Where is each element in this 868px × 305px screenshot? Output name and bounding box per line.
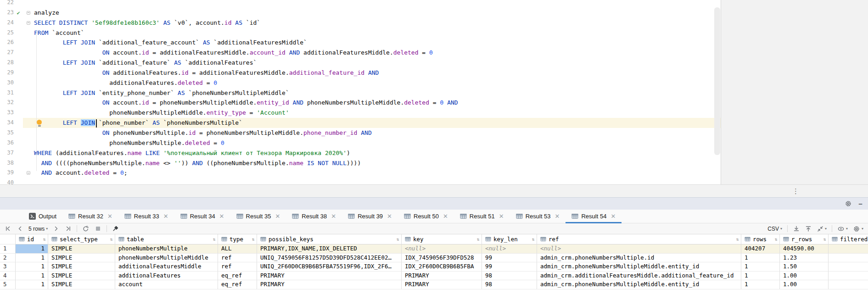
code-line-30[interactable]: 30 additionalFeatures.deleted = 0 xyxy=(0,78,721,88)
sort-icon[interactable]: ⇅ xyxy=(736,234,739,244)
cell-table[interactable]: additionalFeatures xyxy=(115,272,218,281)
download-icon[interactable] xyxy=(793,225,800,232)
cell-type[interactable]: eq_ref xyxy=(218,272,257,281)
sql-editor[interactable]: 2223✔analyze24SELECT DISTINCT '5ef98dfe1… xyxy=(0,0,721,184)
cell-rows[interactable]: 1 xyxy=(741,280,780,289)
row-number[interactable]: 1 xyxy=(0,244,16,254)
column-header-type[interactable]: type⇅ xyxy=(218,234,257,244)
tab-close-icon[interactable]: ✕ xyxy=(107,213,112,220)
tab-result-35[interactable]: Result 35✕ xyxy=(230,210,286,223)
cell-select_type[interactable]: SIMPLE xyxy=(48,262,115,272)
cell-key[interactable]: IDX_2F60D0CB9B6B5FBA xyxy=(402,262,482,272)
toolwindow-gear-icon[interactable] xyxy=(845,200,852,207)
cell-id[interactable]: 1 xyxy=(16,262,48,272)
fold-marker-icon[interactable] xyxy=(23,18,34,28)
code-line-23[interactable]: 23✔analyze xyxy=(0,8,721,18)
cell-select_type[interactable]: SIMPLE xyxy=(48,244,115,254)
last-page-icon[interactable] xyxy=(65,225,72,232)
tab-result-38[interactable]: Result 38✕ xyxy=(286,210,342,223)
next-page-icon[interactable] xyxy=(53,225,60,232)
cell-select_type[interactable]: SIMPLE xyxy=(48,272,115,281)
cell-filtered[interactable] xyxy=(829,254,868,263)
sort-icon[interactable]: ⇅ xyxy=(477,234,480,244)
column-header-r_rows[interactable]: r_rows⇅ xyxy=(780,234,829,244)
code-line-29[interactable]: 29 ON additionalFeatures.id = additional… xyxy=(0,68,721,78)
code-line-26[interactable]: 26 LEFT JOIN `additional_feature_account… xyxy=(0,38,721,48)
cell-key[interactable]: IDX_7459056F39DFD528 xyxy=(402,254,482,263)
tab-close-icon[interactable]: ✕ xyxy=(499,213,504,220)
gear-icon[interactable]: ▾ xyxy=(853,225,863,233)
tab-result-50[interactable]: Result 50✕ xyxy=(398,210,454,223)
cell-key[interactable]: <null> xyxy=(402,244,482,254)
tab-result-54[interactable]: Result 54✕ xyxy=(566,210,622,223)
code-line-25[interactable]: 25FROM `account` xyxy=(0,28,721,38)
tab-close-icon[interactable]: ✕ xyxy=(387,213,392,220)
fold-marker-icon[interactable] xyxy=(23,8,34,18)
tab-close-icon[interactable]: ✕ xyxy=(443,213,448,220)
cell-id[interactable]: 1 xyxy=(16,244,48,254)
code-line-37[interactable]: 37WHERE (additionalFeatures.name LIKE '%… xyxy=(0,148,721,158)
cell-select_type[interactable]: SIMPLE xyxy=(48,254,115,263)
code-line-40[interactable]: 40 xyxy=(0,178,721,184)
splitter-grip-icon[interactable]: ⋮ xyxy=(792,185,799,197)
code-line-27[interactable]: 27 ON account.id = additionalFeaturesMid… xyxy=(0,48,721,58)
cell-rows[interactable]: 1 xyxy=(741,272,780,281)
cell-type[interactable]: ALL xyxy=(218,244,257,254)
page-size-selector[interactable]: 5 rows▾ xyxy=(28,226,48,232)
column-header-filtered[interactable]: filtered⇅ xyxy=(829,234,868,244)
row-number[interactable]: 4 xyxy=(0,272,16,281)
cell-r_rows[interactable]: 404590.00 xyxy=(780,244,829,254)
fold-marker-icon[interactable] xyxy=(23,168,34,178)
cell-key_len[interactable]: 99 xyxy=(482,262,537,272)
column-header-ref[interactable]: ref⇅ xyxy=(537,234,741,244)
tab-result-34[interactable]: Result 34✕ xyxy=(174,210,230,223)
tab-output[interactable]: Output xyxy=(23,210,62,223)
cell-type[interactable]: ref xyxy=(218,262,257,272)
cell-rows[interactable]: 404207 xyxy=(741,244,780,254)
cell-id[interactable]: 1 xyxy=(16,254,48,263)
tab-result-32[interactable]: Result 32✕ xyxy=(62,210,118,223)
code-line-39[interactable]: 39 AND account.deleted = 0; xyxy=(0,168,721,178)
upload-icon[interactable] xyxy=(805,225,812,232)
intention-bulb-icon[interactable] xyxy=(37,120,42,125)
cell-ref[interactable]: admin_crm.phoneNumbersMultipleMiddle.ent… xyxy=(537,280,741,289)
tab-close-icon[interactable]: ✕ xyxy=(219,213,224,220)
cell-possible_keys[interactable]: PRIMARY xyxy=(257,272,402,281)
cell-ref[interactable]: admin_crm.phoneNumbersMultipleMiddle.ent… xyxy=(537,262,741,272)
row-number[interactable]: 2 xyxy=(0,254,16,263)
sort-icon[interactable]: ⇅ xyxy=(823,234,826,244)
sort-icon[interactable]: ⇅ xyxy=(397,234,399,244)
code-line-22[interactable]: 22 xyxy=(0,0,721,8)
column-header-select_type[interactable]: select_type⇅ xyxy=(48,234,115,244)
cell-rows[interactable]: 1 xyxy=(741,254,780,263)
cell-key_len[interactable]: 98 xyxy=(482,280,537,289)
cell-filtered[interactable] xyxy=(829,244,868,254)
code-line-32[interactable]: 32 ON account.id = phoneNumbersMultipleM… xyxy=(0,98,721,108)
tab-close-icon[interactable]: ✕ xyxy=(610,213,616,220)
tab-close-icon[interactable]: ✕ xyxy=(331,213,336,220)
cell-r_rows[interactable]: 1.00 xyxy=(780,280,829,289)
cell-key[interactable]: PRIMARY xyxy=(402,280,482,289)
statement-executed-icon[interactable]: ✔ xyxy=(14,8,23,18)
code-line-24[interactable]: 24SELECT DISTINCT '5ef98dfe1e8b160c3' AS… xyxy=(0,18,721,28)
row-number[interactable]: 3 xyxy=(0,262,16,272)
code-line-28[interactable]: 28 LEFT JOIN `additional_feature` AS `ad… xyxy=(0,58,721,68)
column-header-table[interactable]: table⇅ xyxy=(115,234,218,244)
cell-possible_keys[interactable]: UNIQ_2F60D0CB9B6B5FBA75519F96,IDX_2F6… xyxy=(257,262,402,272)
column-header-id[interactable]: id⇅ xyxy=(16,234,48,244)
column-header-key_len[interactable]: key_len⇅ xyxy=(482,234,537,244)
reload-icon[interactable] xyxy=(82,225,90,233)
cell-ref[interactable]: <null> xyxy=(537,244,741,254)
cell-filtered[interactable] xyxy=(829,262,868,272)
cell-table[interactable]: account xyxy=(115,280,218,289)
sort-icon[interactable]: ⇅ xyxy=(110,234,113,244)
tab-close-icon[interactable]: ✕ xyxy=(275,213,280,220)
cell-key_len[interactable]: 99 xyxy=(482,254,537,263)
toolwindow-minimize-icon[interactable]: − xyxy=(858,200,862,207)
cell-r_rows[interactable]: 1.23 xyxy=(780,254,829,263)
eye-icon[interactable]: ▾ xyxy=(837,225,848,233)
sort-icon[interactable]: ⇅ xyxy=(775,234,778,244)
sort-icon[interactable]: ⇅ xyxy=(43,234,46,244)
cell-id[interactable]: 1 xyxy=(16,280,48,289)
cell-filtered[interactable] xyxy=(829,280,868,289)
